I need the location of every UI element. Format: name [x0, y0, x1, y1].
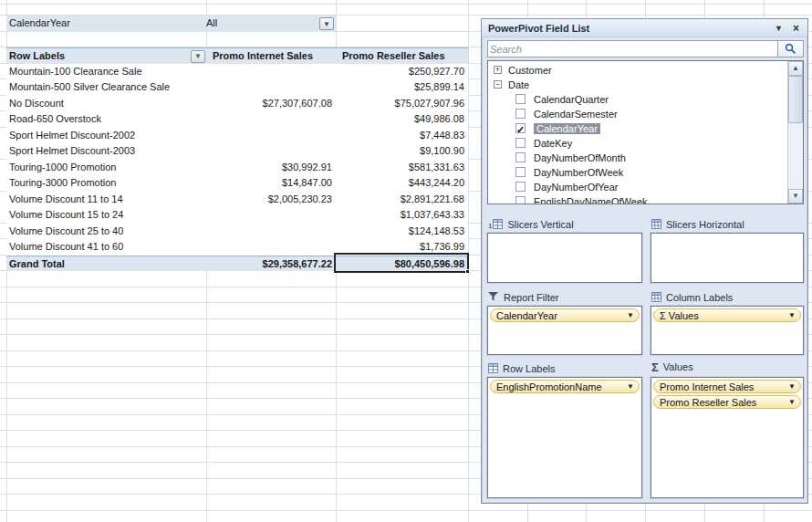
field-pill[interactable]: EnglishPromotionName▼ [490, 380, 640, 393]
tree-table-row: +Customer [488, 62, 787, 77]
active-cell-selection[interactable] [334, 253, 469, 273]
field-label[interactable]: CalendarSemester [534, 109, 618, 120]
field-tree-scrollbar[interactable]: ▲ ▼ [787, 61, 803, 204]
value-cell[interactable] [206, 64, 336, 80]
search-button[interactable] [777, 41, 803, 57]
field-label[interactable]: DateKey [534, 138, 572, 149]
field-label[interactable]: CalendarYear [534, 123, 600, 134]
row-label-cell[interactable]: Volume Discount 11 to 14 [6, 192, 206, 208]
field-checkbox[interactable] [515, 167, 526, 177]
field-checkbox[interactable] [515, 182, 526, 192]
row-labels-dropzone[interactable]: EnglishPromotionName▼ [487, 377, 642, 498]
report-filter-dropzone[interactable]: CalendarYear▼ [487, 306, 642, 355]
pivot-data-row: No Discount$27,307,607.08$75,027,907.96 [6, 96, 468, 112]
close-icon[interactable]: × [789, 22, 803, 35]
value-cell[interactable]: $7,448.83 [336, 128, 468, 144]
spreadsheet-grid: CalendarYear All ▼ Row Labels Promo Inte… [0, 0, 812, 522]
field-pill-label: EnglishPromotionName [496, 381, 602, 392]
search-input[interactable] [490, 42, 775, 56]
collapse-minus-icon[interactable]: − [494, 80, 502, 89]
value-cell[interactable] [206, 207, 336, 224]
field-checkbox[interactable] [515, 123, 526, 133]
values-dropzone[interactable]: Promo Internet Sales▼Promo Reseller Sale… [651, 377, 804, 498]
value-cell[interactable]: $1,037,643.33 [336, 207, 468, 224]
value-cell[interactable] [206, 111, 336, 128]
fill-handle[interactable] [465, 269, 470, 274]
value-cell[interactable]: $581,331.63 [336, 160, 468, 176]
field-label[interactable]: Date [508, 79, 529, 90]
value-cell[interactable]: $25,899.14 [336, 79, 468, 96]
row-label-cell[interactable]: Mountain-100 Clearance Sale [6, 64, 206, 80]
value-cell[interactable] [206, 239, 336, 256]
row-label-cell[interactable]: Sport Helmet Discount-2003 [6, 143, 206, 160]
pill-dropdown-icon[interactable]: ▼ [788, 309, 796, 322]
slicers-horizontal-dropzone[interactable] [651, 233, 804, 283]
expand-plus-icon[interactable]: + [494, 66, 502, 74]
field-pill[interactable]: Promo Internet Sales▼ [653, 380, 801, 393]
pill-dropdown-icon[interactable]: ▼ [788, 396, 796, 409]
value-cell[interactable] [206, 224, 336, 240]
grand-total-internet-cell[interactable]: $29,358,677.22 [206, 256, 336, 272]
field-checkbox[interactable] [515, 138, 526, 148]
pill-dropdown-icon[interactable]: ▼ [627, 309, 634, 322]
row-labels-dropdown-button[interactable]: ▼ [191, 50, 205, 63]
pane-title-bar[interactable]: PowerPivot Field List ▼ × [482, 19, 807, 37]
value-cell[interactable] [206, 79, 336, 96]
row-label-cell[interactable]: No Discount [6, 96, 206, 112]
value-cell[interactable]: $2,005,230.23 [206, 192, 336, 208]
filter-dropdown-button[interactable]: ▼ [319, 17, 334, 31]
slicers-vertical-dropzone[interactable] [487, 233, 642, 283]
row-label-cell[interactable]: Road-650 Overstock [6, 111, 206, 128]
field-label[interactable]: EnglishDayNameOfWeek [534, 196, 648, 204]
scroll-up-icon[interactable]: ▲ [788, 61, 803, 76]
field-checkbox[interactable] [515, 152, 526, 162]
field-pill[interactable]: CalendarYear▼ [490, 308, 640, 322]
field-checkbox[interactable] [515, 94, 526, 104]
row-label-cell[interactable]: Touring-1000 Promotion [6, 160, 206, 176]
field-pill[interactable]: Σ Values▼ [653, 308, 801, 322]
grand-total-label-cell[interactable]: Grand Total [6, 256, 206, 272]
filter-field-cell[interactable]: CalendarYear [9, 17, 70, 28]
field-label[interactable]: DayNumberOfWeek [534, 167, 623, 178]
column-labels-dropzone[interactable]: Σ Values▼ [651, 306, 804, 355]
pivot-data-row: Sport Helmet Discount-2003$9,100.90 [6, 143, 468, 160]
field-pill[interactable]: Promo Reseller Sales▼ [653, 395, 801, 409]
pill-dropdown-icon[interactable]: ▼ [627, 381, 634, 393]
row-label-cell[interactable]: Volume Discount 41 to 60 [6, 239, 206, 256]
pane-menu-button[interactable]: ▼ [772, 22, 786, 35]
row-label-cell[interactable]: Volume Discount 15 to 24 [6, 207, 206, 224]
value-cell[interactable]: $14,847.00 [206, 175, 336, 192]
value-cell[interactable] [206, 143, 336, 160]
value-cell[interactable]: $2,891,221.68 [336, 192, 468, 208]
row-label-cell[interactable]: Sport Helmet Discount-2002 [6, 128, 206, 144]
field-label[interactable]: DayNumberOfYear [534, 182, 619, 193]
filter-value-cell[interactable]: All [206, 17, 217, 28]
tree-field-row: DayNumberOfMonth [488, 150, 787, 164]
field-label[interactable]: Customer [508, 65, 552, 76]
reseller-sales-header-cell[interactable]: Promo Reseller Sales [336, 48, 468, 64]
value-cell[interactable] [206, 128, 336, 144]
row-labels-header-cell[interactable]: Row Labels [6, 48, 206, 64]
value-cell[interactable]: $124,148.53 [336, 224, 468, 240]
value-cell[interactable]: $443,244.20 [336, 175, 468, 192]
field-label[interactable]: CalendarQuarter [534, 94, 609, 105]
value-cell[interactable]: $250,927.70 [336, 64, 468, 80]
scrollbar-thumb[interactable] [788, 76, 803, 123]
search-icon [785, 43, 796, 55]
value-cell[interactable]: $49,986.08 [336, 111, 468, 128]
value-cell[interactable]: $9,100.90 [336, 143, 468, 160]
pill-dropdown-icon[interactable]: ▼ [788, 381, 796, 393]
value-cell[interactable]: $75,027,907.96 [336, 96, 468, 112]
pivot-data-row: Mountain-100 Clearance Sale$250,927.70 [6, 64, 468, 80]
row-label-cell[interactable]: Touring-3000 Promotion [6, 175, 206, 192]
field-label[interactable]: DayNumberOfMonth [534, 152, 626, 163]
scroll-down-icon[interactable]: ▼ [788, 189, 803, 204]
value-cell[interactable]: $30,992.91 [206, 160, 336, 176]
value-cell[interactable]: $27,307,607.08 [206, 96, 336, 112]
row-label-cell[interactable]: Volume Discount 25 to 40 [6, 224, 206, 240]
field-checkbox[interactable] [515, 196, 526, 204]
slicers-horizontal-label: Slicers Horizontal [651, 218, 744, 231]
row-label-cell[interactable]: Mountain-500 Silver Clearance Sale [6, 79, 206, 96]
field-checkbox[interactable] [515, 109, 526, 119]
internet-sales-header-cell[interactable]: Promo Internet Sales [206, 48, 336, 64]
